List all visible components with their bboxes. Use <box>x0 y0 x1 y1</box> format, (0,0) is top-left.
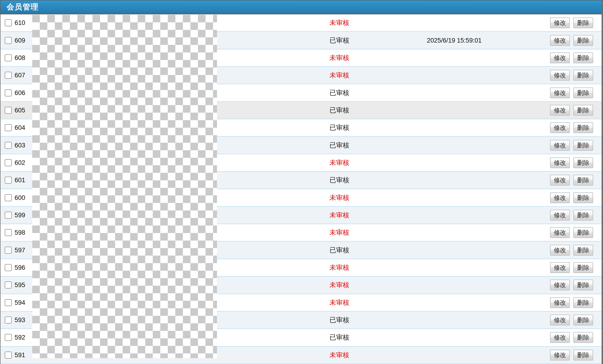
row-checkbox[interactable] <box>5 247 12 254</box>
row-actions: 修改 删除 <box>550 350 593 361</box>
row-id: 602 <box>15 159 25 166</box>
row-checkbox[interactable] <box>5 229 12 236</box>
status-text: 未审核 <box>329 281 349 289</box>
row-checkbox[interactable] <box>5 37 12 44</box>
status-text: 未审核 <box>329 193 349 202</box>
row-actions: 修改 删除 <box>550 245 593 256</box>
delete-button[interactable]: 删除 <box>573 17 593 28</box>
status-text: 已审核 <box>329 36 349 45</box>
delete-button[interactable]: 删除 <box>573 157 593 168</box>
edit-button[interactable]: 修改 <box>550 297 570 308</box>
delete-button[interactable]: 删除 <box>573 297 593 308</box>
row-checkbox[interactable] <box>5 19 12 26</box>
edit-button[interactable]: 修改 <box>550 70 570 81</box>
delete-button[interactable]: 删除 <box>573 70 593 81</box>
delete-button[interactable]: 删除 <box>573 88 593 98</box>
row-id: 605 <box>15 107 25 114</box>
row-actions: 修改 删除 <box>550 35 593 46</box>
delete-button[interactable]: 删除 <box>573 350 593 361</box>
edit-button[interactable]: 修改 <box>550 210 570 221</box>
status-text: 已审核 <box>329 333 349 342</box>
row-checkbox[interactable] <box>5 352 12 359</box>
row-id: 604 <box>15 124 25 132</box>
row-checkbox[interactable] <box>5 299 12 306</box>
row-id: 595 <box>15 281 25 289</box>
edit-button[interactable]: 修改 <box>550 122 570 133</box>
row-id: 609 <box>15 37 25 44</box>
row-checkbox[interactable] <box>5 264 12 271</box>
row-actions: 修改 删除 <box>550 280 593 290</box>
row-checkbox[interactable] <box>5 89 12 96</box>
row-checkbox[interactable] <box>5 317 12 324</box>
delete-button[interactable]: 删除 <box>573 245 593 256</box>
privacy-mask-checkerboard <box>32 15 217 358</box>
row-checkbox[interactable] <box>5 72 12 79</box>
edit-button[interactable]: 修改 <box>550 280 570 290</box>
row-checkbox[interactable] <box>5 124 12 131</box>
row-actions: 修改 删除 <box>550 210 593 221</box>
row-actions: 修改 删除 <box>550 53 593 63</box>
delete-button[interactable]: 删除 <box>573 175 593 186</box>
edit-button[interactable]: 修改 <box>550 315 570 325</box>
row-actions: 修改 删除 <box>550 157 593 168</box>
row-actions: 修改 删除 <box>550 315 593 325</box>
row-checkbox[interactable] <box>5 107 12 114</box>
row-id: 603 <box>15 142 25 149</box>
delete-button[interactable]: 删除 <box>573 262 593 273</box>
edit-button[interactable]: 修改 <box>550 17 570 28</box>
delete-button[interactable]: 删除 <box>573 280 593 290</box>
delete-button[interactable]: 删除 <box>573 210 593 221</box>
row-checkbox[interactable] <box>5 159 12 166</box>
row-id: 600 <box>15 194 25 201</box>
row-checkbox[interactable] <box>5 176 12 184</box>
delete-button[interactable]: 删除 <box>573 140 593 151</box>
row-checkbox[interactable] <box>5 334 12 341</box>
page-title-bar: 会员管理 <box>0 0 602 14</box>
edit-button[interactable]: 修改 <box>550 88 570 98</box>
page-title: 会员管理 <box>0 2 39 12</box>
edit-button[interactable]: 修改 <box>550 157 570 168</box>
row-actions: 修改 删除 <box>550 227 593 238</box>
status-text: 未审核 <box>329 211 349 220</box>
row-id: 608 <box>15 54 25 61</box>
edit-button[interactable]: 修改 <box>550 332 570 343</box>
row-id: 607 <box>15 72 25 79</box>
row-id: 592 <box>15 334 25 341</box>
row-actions: 修改 删除 <box>550 175 593 186</box>
edit-button[interactable]: 修改 <box>550 175 570 186</box>
row-actions: 修改 删除 <box>550 17 593 28</box>
edit-button[interactable]: 修改 <box>550 53 570 63</box>
row-checkbox[interactable] <box>5 212 12 219</box>
edit-button[interactable]: 修改 <box>550 350 570 361</box>
row-actions: 修改 删除 <box>550 70 593 81</box>
row-id: 591 <box>15 351 25 359</box>
edit-button[interactable]: 修改 <box>550 227 570 238</box>
row-checkbox[interactable] <box>5 142 12 149</box>
row-id: 597 <box>15 246 25 254</box>
delete-button[interactable]: 删除 <box>573 192 593 203</box>
row-id: 598 <box>15 229 25 236</box>
row-checkbox[interactable] <box>5 54 12 61</box>
edit-button[interactable]: 修改 <box>550 192 570 203</box>
status-text: 未审核 <box>329 298 349 307</box>
status-text: 已审核 <box>329 123 349 132</box>
delete-button[interactable]: 删除 <box>573 315 593 325</box>
delete-button[interactable]: 删除 <box>573 53 593 63</box>
status-text: 未审核 <box>329 71 349 80</box>
edit-button[interactable]: 修改 <box>550 262 570 273</box>
row-id: 606 <box>15 89 25 96</box>
delete-button[interactable]: 删除 <box>573 105 593 116</box>
row-actions: 修改 删除 <box>550 297 593 308</box>
delete-button[interactable]: 删除 <box>573 227 593 238</box>
status-text: 已审核 <box>329 88 349 97</box>
row-checkbox[interactable] <box>5 281 12 288</box>
edit-button[interactable]: 修改 <box>550 105 570 116</box>
row-checkbox[interactable] <box>5 194 12 201</box>
edit-button[interactable]: 修改 <box>550 245 570 256</box>
row-id: 593 <box>15 317 25 324</box>
edit-button[interactable]: 修改 <box>550 35 570 46</box>
delete-button[interactable]: 删除 <box>573 35 593 46</box>
edit-button[interactable]: 修改 <box>550 140 570 151</box>
delete-button[interactable]: 删除 <box>573 332 593 343</box>
delete-button[interactable]: 删除 <box>573 122 593 133</box>
